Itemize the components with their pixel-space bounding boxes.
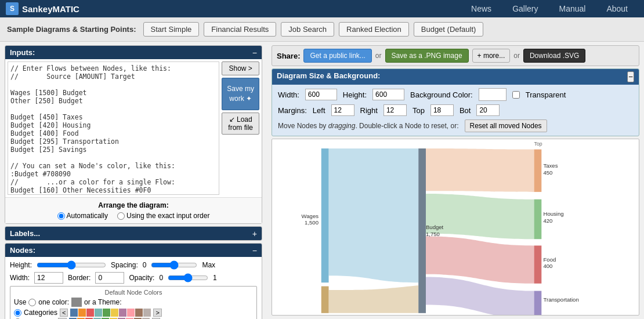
spacing-min: 0 bbox=[143, 261, 147, 269]
nodes-body: Height: Spacing: 0 Max Width: Border: Op… bbox=[5, 257, 262, 319]
height-slider[interactable] bbox=[37, 260, 106, 270]
load-file-button[interactable]: ↙ Loadfrom file bbox=[222, 113, 259, 135]
diagram-settings-body: Width: Height: Background Color: Transpa… bbox=[272, 85, 639, 136]
sample-job-search[interactable]: Job Search bbox=[281, 22, 334, 37]
arrange-auto-radio[interactable] bbox=[57, 212, 65, 220]
reset-nodes-button[interactable]: Reset all moved Nodes bbox=[465, 119, 547, 132]
show-button[interactable]: Show > bbox=[222, 61, 259, 75]
labels-title: Labels... bbox=[10, 229, 40, 238]
margin-right-input[interactable] bbox=[383, 104, 407, 116]
bot-label: Bot bbox=[460, 106, 471, 115]
housing-value: 420 bbox=[544, 217, 553, 224]
transparent-label: Transparent bbox=[526, 90, 566, 99]
sample-ranked-election[interactable]: Ranked Election bbox=[339, 22, 409, 37]
size-row: Width: Height: Background Color: Transpa… bbox=[278, 88, 633, 101]
food-value: 400 bbox=[544, 263, 553, 269]
cat-swatch-5 bbox=[111, 309, 118, 317]
cat-swatch-3 bbox=[95, 309, 102, 317]
transportation-label: Transportation bbox=[544, 296, 579, 303]
width-input[interactable] bbox=[34, 272, 63, 284]
nav-manual[interactable]: Manual bbox=[548, 0, 596, 17]
transportation-node[interactable] bbox=[534, 291, 542, 315]
right-panel: Share: Get a public link... or Save as a… bbox=[267, 42, 644, 319]
opacity-max: 1 bbox=[213, 274, 217, 282]
sample-budget[interactable]: Budget (Default) bbox=[414, 22, 484, 37]
sample-start-simple[interactable]: Start Simple bbox=[143, 22, 200, 37]
wages-node[interactable] bbox=[321, 148, 329, 282]
categories-next[interactable]: > bbox=[153, 309, 161, 317]
nodes-section: Nodes: − Height: Spacing: 0 Max Width: B… bbox=[5, 243, 262, 319]
one-color-label: one color: bbox=[38, 298, 69, 306]
nav-about[interactable]: About bbox=[596, 0, 638, 17]
cat-swatch-9 bbox=[143, 309, 151, 317]
nav-gallery[interactable]: Gallery bbox=[502, 0, 548, 17]
categories-row: Categories < bbox=[14, 309, 253, 317]
diagram-settings-toggle[interactable]: − bbox=[627, 71, 634, 82]
margin-left-input[interactable] bbox=[331, 104, 354, 116]
nodes-height-row: Height: Spacing: 0 Max bbox=[10, 260, 257, 270]
transparent-checkbox[interactable] bbox=[512, 91, 520, 99]
opacity-label: Opacity: bbox=[129, 274, 154, 282]
border-input[interactable] bbox=[95, 272, 124, 284]
food-label: Food bbox=[544, 256, 556, 263]
housing-label: Housing bbox=[544, 211, 564, 217]
labels-toggle[interactable]: + bbox=[252, 230, 257, 238]
arrange-section: Arrange the diagram: Automatically Using… bbox=[5, 197, 262, 223]
save-work-button[interactable]: Save mywork ✦ bbox=[222, 78, 259, 110]
budget-node[interactable] bbox=[418, 148, 426, 313]
left-label: Left bbox=[313, 106, 325, 115]
more-button[interactable]: + more... bbox=[472, 49, 511, 63]
main-layout: Inputs: − // Enter Flows between Nodes, … bbox=[0, 42, 644, 319]
logo-icon: S bbox=[6, 2, 19, 15]
bg-color-input[interactable] bbox=[479, 88, 506, 101]
sample-label: Sample Diagrams & Starting Points: bbox=[7, 25, 136, 34]
spacing-max: Max bbox=[202, 261, 215, 269]
taxes-node[interactable] bbox=[534, 150, 542, 192]
share-bar: Share: Get a public link... or Save as a… bbox=[272, 45, 639, 66]
cat-swatch-6 bbox=[119, 309, 126, 317]
margin-bot-input[interactable] bbox=[476, 104, 500, 116]
right-label: Right bbox=[360, 106, 378, 115]
inputs-section: Inputs: − // Enter Flows between Nodes, … bbox=[5, 45, 262, 224]
top-label: Top bbox=[413, 106, 425, 115]
or-2: or bbox=[513, 52, 520, 60]
public-link-button[interactable]: Get a public link... bbox=[303, 49, 371, 63]
default-colors-box: Default Node Colors Use one color: or a … bbox=[10, 286, 257, 319]
nav-news[interactable]: News bbox=[461, 0, 502, 17]
categories-swatches bbox=[70, 309, 151, 317]
arrange-exact-radio[interactable] bbox=[117, 212, 125, 220]
margin-top-input[interactable] bbox=[430, 104, 454, 116]
one-color-radio[interactable] bbox=[28, 299, 36, 306]
margins-row: Margins: Left Right Top Bot bbox=[278, 104, 633, 116]
diagram-height-input[interactable] bbox=[372, 89, 404, 100]
categories-label: Categories bbox=[24, 309, 57, 317]
opacity-slider[interactable] bbox=[168, 273, 208, 282]
cat-swatch-4 bbox=[103, 309, 110, 317]
other-node[interactable] bbox=[321, 287, 329, 313]
nav-links: News Gallery Manual About bbox=[461, 0, 638, 17]
download-svg-button[interactable]: Download .SVG bbox=[523, 49, 585, 63]
save-png-button[interactable]: Save as a .PNG image bbox=[385, 49, 469, 63]
app-logo: S SankeyMATIC bbox=[6, 2, 79, 15]
inputs-textarea[interactable]: // Enter Flows between Nodes, like this:… bbox=[8, 61, 219, 195]
diagram-width-input[interactable] bbox=[305, 89, 337, 100]
use-one-color-row: Use one color: or a Theme: bbox=[14, 298, 253, 307]
nodes-toggle[interactable]: − bbox=[252, 246, 257, 255]
categories-prev[interactable]: < bbox=[60, 309, 68, 317]
housing-node[interactable] bbox=[534, 200, 542, 240]
one-color-swatch[interactable] bbox=[71, 298, 82, 307]
food-node[interactable] bbox=[534, 245, 542, 283]
inputs-toggle[interactable]: − bbox=[252, 49, 257, 57]
cat-swatch-0 bbox=[70, 309, 78, 317]
categories-radio[interactable] bbox=[14, 309, 21, 317]
cat-swatch-8 bbox=[135, 309, 143, 317]
spacing-slider[interactable] bbox=[151, 260, 197, 270]
height-label: Height: bbox=[10, 261, 32, 269]
nodes-width-row: Width: Border: Opacity: 0 1 bbox=[10, 272, 257, 284]
inputs-body: // Enter Flows between Nodes, like this:… bbox=[5, 59, 262, 197]
cat-swatch-2 bbox=[86, 309, 94, 317]
app-title: SankeyMATIC bbox=[22, 4, 79, 14]
wages-label: Wages bbox=[302, 213, 319, 219]
move-nodes-text: Move Nodes by dragging. Double-click a N… bbox=[278, 122, 459, 130]
sample-financial[interactable]: Financial Results bbox=[204, 22, 276, 37]
